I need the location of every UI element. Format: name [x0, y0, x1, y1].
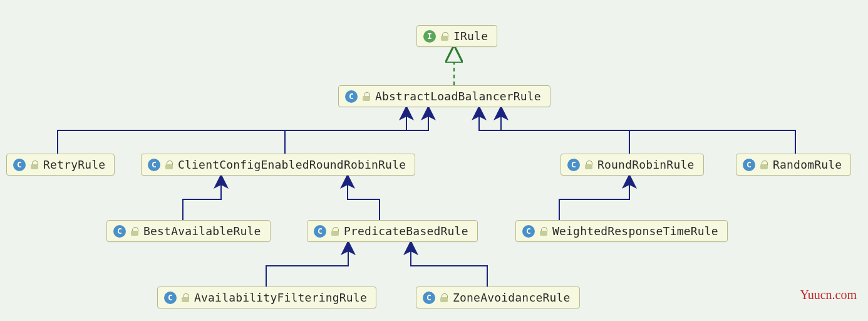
node-availability-filtering-rule[interactable]: C AvailabilityFilteringRule [157, 287, 376, 308]
diagram-canvas: I IRule C AbstractLoadBalancerRule C Ret… [0, 0, 868, 321]
node-weighted-response-time-rule[interactable]: C WeightedResponseTimeRule [515, 220, 728, 242]
node-irule[interactable]: I IRule [416, 25, 497, 47]
lock-icon [760, 160, 768, 169]
lock-icon [441, 32, 448, 41]
node-random-rule[interactable]: C RandomRule [736, 154, 851, 176]
class-icon: C [743, 159, 755, 171]
node-predicate-based-rule[interactable]: C PredicateBasedRule [307, 220, 478, 242]
node-label: RandomRule [773, 158, 842, 171]
lock-icon [585, 160, 592, 169]
class-icon: C [522, 225, 535, 238]
node-zone-avoidance-rule[interactable]: C ZoneAvoidanceRule [416, 287, 580, 308]
lock-icon [131, 227, 138, 236]
node-best-available-rule[interactable]: C BestAvailableRule [106, 220, 271, 242]
class-icon: C [164, 292, 177, 304]
lock-icon [31, 160, 38, 169]
node-label: WeightedResponseTimeRule [552, 224, 718, 238]
node-label: BestAvailableRule [143, 224, 261, 238]
node-label: IRule [453, 29, 488, 43]
node-client-config-enabled-round-robin-rule[interactable]: C ClientConfigEnabledRoundRobinRule [141, 154, 415, 176]
lock-icon [363, 92, 370, 101]
node-label: RoundRobinRule [597, 158, 695, 171]
node-label: PredicateBasedRule [344, 224, 468, 238]
node-round-robin-rule[interactable]: C RoundRobinRule [561, 154, 704, 176]
interface-icon: I [423, 30, 436, 43]
node-label: RetryRule [43, 158, 105, 171]
lock-icon [440, 293, 448, 302]
lock-icon [331, 227, 339, 236]
class-icon: C [13, 159, 26, 171]
node-label: AvailabilityFilteringRule [194, 291, 367, 304]
node-label: ClientConfigEnabledRoundRobinRule [178, 158, 406, 171]
node-retry-rule[interactable]: C RetryRule [6, 154, 115, 176]
lock-icon [182, 293, 189, 302]
class-icon: C [567, 159, 580, 171]
class-icon: C [148, 159, 160, 171]
node-label: AbstractLoadBalancerRule [375, 90, 541, 103]
class-icon: C [345, 90, 358, 103]
lock-icon [540, 227, 547, 236]
watermark: Yuucn.com [800, 288, 857, 302]
lock-icon [165, 160, 173, 169]
node-label: ZoneAvoidanceRule [453, 291, 571, 304]
class-icon: C [113, 225, 126, 238]
node-abstract-load-balancer-rule[interactable]: C AbstractLoadBalancerRule [338, 85, 550, 107]
class-icon: C [314, 225, 326, 238]
class-icon: C [423, 292, 435, 304]
